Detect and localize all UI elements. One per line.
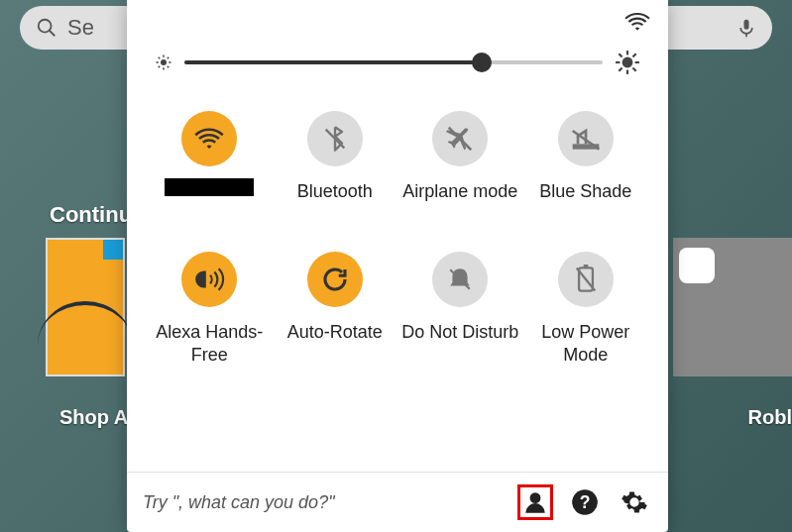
airplane-off-icon (432, 111, 488, 166)
svg-line-19 (632, 67, 635, 70)
toggle-label: Airplane mode (402, 180, 517, 204)
svg-text:?: ? (580, 492, 591, 512)
alexa-hint[interactable]: Try ", what can you do?" (143, 492, 517, 513)
toggles-grid: Bluetooth Airplane mode Blue Shade Alexa… (127, 111, 668, 368)
dnd-off-icon (432, 252, 488, 307)
toggle-autorotate[interactable]: Auto-Rotate (273, 252, 398, 368)
help-icon: ? (571, 488, 599, 516)
toggle-blueshade[interactable]: Blue Shade (523, 111, 649, 204)
quick-settings-panel: Bluetooth Airplane mode Blue Shade Alexa… (127, 0, 668, 532)
svg-point-30 (530, 492, 541, 503)
svg-line-20 (619, 67, 622, 70)
wifi-status-icon (624, 12, 650, 32)
panel-footer: Try ", what can you do?" ? (127, 473, 668, 532)
svg-rect-2 (744, 20, 749, 30)
footer-icons: ? (517, 484, 652, 520)
lowpower-off-icon (558, 252, 614, 307)
home-app-card-amazon (46, 238, 125, 376)
toggle-label: Alexa Hands-Free (147, 321, 273, 368)
slider-thumb[interactable] (472, 53, 492, 72)
search-placeholder: Se (67, 15, 94, 41)
settings-button[interactable] (617, 484, 652, 520)
svg-line-23 (449, 128, 472, 151)
svg-line-10 (168, 66, 170, 68)
brightness-slider[interactable] (184, 51, 603, 74)
user-icon (522, 489, 548, 515)
bluetooth-off-icon (307, 111, 363, 166)
home-app-label-amazon: Shop A (59, 406, 128, 429)
toggle-wifi[interactable] (147, 111, 273, 204)
toggle-alexa[interactable]: Alexa Hands-Free (147, 252, 273, 368)
toggle-airplane[interactable]: Airplane mode (397, 111, 523, 204)
svg-line-12 (168, 57, 170, 59)
svg-point-4 (161, 59, 167, 65)
svg-point-0 (39, 20, 52, 33)
slider-fill (184, 60, 482, 64)
toggle-label: Do Not Disturb (401, 321, 518, 345)
gear-icon (621, 488, 648, 516)
svg-line-9 (159, 57, 161, 59)
svg-line-11 (159, 66, 161, 68)
autorotate-icon (307, 252, 363, 307)
toggle-bluetooth[interactable]: Bluetooth (273, 111, 398, 204)
toggle-label: Bluetooth (297, 180, 373, 204)
mic-icon (736, 17, 756, 39)
toggle-dnd[interactable]: Do Not Disturb (397, 252, 523, 368)
toggle-lowpower[interactable]: Low Power Mode (523, 252, 649, 368)
svg-rect-28 (583, 265, 588, 267)
brightness-slider-row (127, 50, 668, 75)
svg-line-18 (619, 53, 622, 56)
wifi-ssid-redacted (165, 178, 254, 196)
wifi-icon (181, 111, 237, 166)
brightness-low-icon (155, 53, 172, 71)
continue-heading: Continu (50, 202, 132, 228)
home-app-card-roblox (673, 238, 792, 376)
toggle-label: Low Power Mode (523, 321, 649, 368)
home-app-label-roblox: Robl (748, 406, 792, 429)
alexa-hands-free-icon (181, 252, 237, 307)
search-icon (36, 17, 57, 39)
svg-point-33 (631, 499, 636, 504)
blueshade-off-icon (558, 111, 614, 166)
svg-line-1 (50, 31, 56, 37)
svg-line-21 (632, 53, 635, 56)
user-button[interactable] (517, 484, 553, 520)
toggle-label: Auto-Rotate (287, 321, 383, 345)
brightness-high-icon (615, 50, 640, 75)
toggle-label: Blue Shade (539, 180, 631, 204)
help-button[interactable]: ? (567, 484, 603, 520)
svg-point-13 (622, 57, 633, 68)
